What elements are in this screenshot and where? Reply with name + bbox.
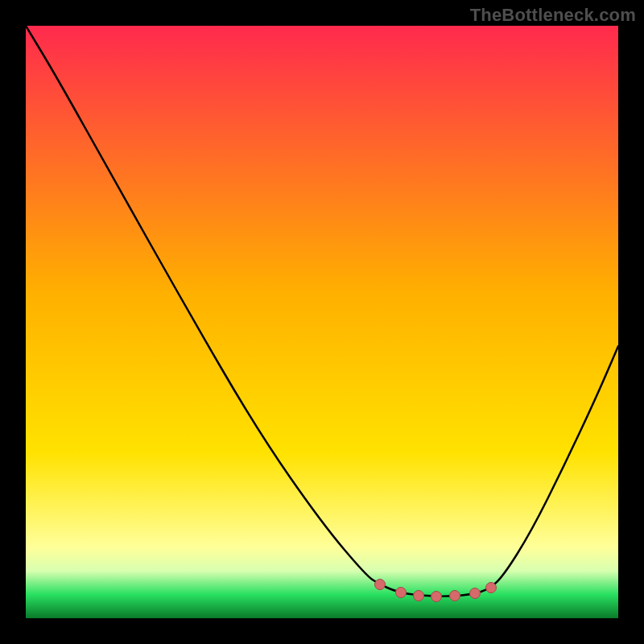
marker-dot <box>375 580 386 590</box>
chart-svg <box>0 0 644 644</box>
marker-dot <box>396 588 407 598</box>
marker-dot <box>486 583 497 593</box>
plot-background <box>26 26 618 618</box>
marker-dot <box>414 591 424 601</box>
watermark-text: TheBottleneck.com <box>470 5 636 26</box>
marker-dot <box>470 588 481 599</box>
chart-stage: TheBottleneck.com <box>0 0 644 644</box>
marker-dot <box>450 591 460 601</box>
marker-dot <box>431 592 442 602</box>
